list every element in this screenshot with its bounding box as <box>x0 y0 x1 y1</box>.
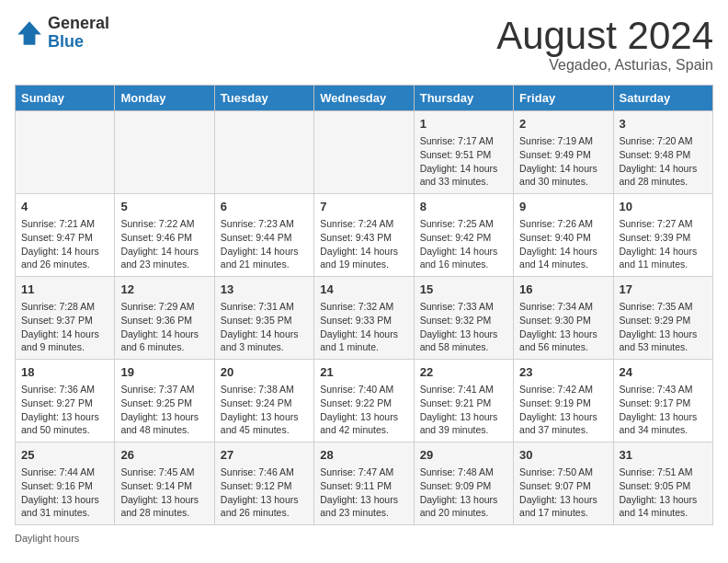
calendar-cell: 31Sunrise: 7:51 AMSunset: 9:05 PMDayligh… <box>613 442 712 524</box>
day-number: 17 <box>620 282 707 298</box>
day-number: 13 <box>221 282 308 298</box>
calendar-cell: 3Sunrise: 7:20 AMSunset: 9:48 PMDaylight… <box>613 111 712 194</box>
calendar-cell: 7Sunrise: 7:24 AMSunset: 9:43 PMDaylight… <box>314 194 414 277</box>
calendar-week-4: 18Sunrise: 7:36 AMSunset: 9:27 PMDayligh… <box>16 360 713 442</box>
day-info: Sunrise: 7:22 AMSunset: 9:46 PMDaylight:… <box>120 217 208 271</box>
calendar-cell: 27Sunrise: 7:46 AMSunset: 9:12 PMDayligh… <box>214 442 313 524</box>
day-number: 2 <box>519 116 607 132</box>
day-info: Sunrise: 7:29 AMSunset: 9:36 PMDaylight:… <box>120 300 208 354</box>
calendar-cell: 22Sunrise: 7:41 AMSunset: 9:21 PMDayligh… <box>414 360 513 442</box>
day-info: Sunrise: 7:48 AMSunset: 9:09 PMDaylight:… <box>420 465 507 520</box>
day-number: 5 <box>120 199 208 215</box>
header-friday: Friday <box>514 86 613 111</box>
page-header: General Blue August 2024 Vegadeo, Asturi… <box>15 15 713 74</box>
day-info: Sunrise: 7:47 AMSunset: 9:11 PMDaylight:… <box>320 465 407 520</box>
calendar-cell: 24Sunrise: 7:43 AMSunset: 9:17 PMDayligh… <box>613 360 712 442</box>
day-info: Sunrise: 7:45 AMSunset: 9:14 PMDaylight:… <box>120 465 208 520</box>
calendar-cell: 28Sunrise: 7:47 AMSunset: 9:11 PMDayligh… <box>314 442 414 524</box>
day-number: 16 <box>519 282 607 298</box>
day-number: 11 <box>21 282 108 298</box>
calendar-cell: 25Sunrise: 7:44 AMSunset: 9:16 PMDayligh… <box>16 442 115 524</box>
day-number: 21 <box>320 364 407 381</box>
logo-text: General Blue <box>48 15 109 52</box>
day-info: Sunrise: 7:27 AMSunset: 9:39 PMDaylight:… <box>620 217 707 271</box>
day-info: Sunrise: 7:43 AMSunset: 9:17 PMDaylight:… <box>620 383 707 437</box>
day-number: 25 <box>21 447 108 464</box>
day-info: Sunrise: 7:19 AMSunset: 9:49 PMDaylight:… <box>519 134 607 189</box>
day-info: Sunrise: 7:32 AMSunset: 9:33 PMDaylight:… <box>320 300 407 354</box>
calendar-cell: 9Sunrise: 7:26 AMSunset: 9:40 PMDaylight… <box>514 194 613 277</box>
calendar-cell: 6Sunrise: 7:23 AMSunset: 9:44 PMDaylight… <box>214 194 313 277</box>
day-info: Sunrise: 7:25 AMSunset: 9:42 PMDaylight:… <box>420 217 507 271</box>
calendar-cell: 1Sunrise: 7:17 AMSunset: 9:51 PMDaylight… <box>414 111 513 194</box>
day-info: Sunrise: 7:21 AMSunset: 9:47 PMDaylight:… <box>21 217 108 271</box>
day-info: Sunrise: 7:35 AMSunset: 9:29 PMDaylight:… <box>620 300 707 354</box>
day-number: 26 <box>120 447 208 464</box>
day-info: Sunrise: 7:44 AMSunset: 9:16 PMDaylight:… <box>21 465 108 520</box>
day-number: 24 <box>620 364 707 381</box>
daylight-label: Daylight hours <box>15 533 79 544</box>
calendar-cell <box>314 111 414 194</box>
day-number: 10 <box>620 199 707 215</box>
logo-blue: Blue <box>48 33 109 52</box>
header-saturday: Saturday <box>613 86 712 111</box>
day-number: 22 <box>420 364 507 381</box>
day-number: 30 <box>519 447 607 464</box>
day-info: Sunrise: 7:36 AMSunset: 9:27 PMDaylight:… <box>21 383 108 437</box>
header-sunday: Sunday <box>16 86 115 111</box>
day-info: Sunrise: 7:41 AMSunset: 9:21 PMDaylight:… <box>420 383 507 437</box>
day-info: Sunrise: 7:34 AMSunset: 9:30 PMDaylight:… <box>519 300 607 354</box>
calendar-cell: 30Sunrise: 7:50 AMSunset: 9:07 PMDayligh… <box>514 442 613 524</box>
day-info: Sunrise: 7:26 AMSunset: 9:40 PMDaylight:… <box>519 217 607 271</box>
svg-marker-0 <box>17 21 41 45</box>
calendar-cell: 10Sunrise: 7:27 AMSunset: 9:39 PMDayligh… <box>613 194 712 277</box>
day-number: 8 <box>420 199 507 215</box>
calendar-cell: 4Sunrise: 7:21 AMSunset: 9:47 PMDaylight… <box>16 194 115 277</box>
day-info: Sunrise: 7:17 AMSunset: 9:51 PMDaylight:… <box>420 134 507 189</box>
day-number: 29 <box>420 447 507 464</box>
location-subtitle: Vegadeo, Asturias, Spain <box>496 57 713 74</box>
day-info: Sunrise: 7:20 AMSunset: 9:48 PMDaylight:… <box>620 134 707 189</box>
header-wednesday: Wednesday <box>314 86 414 111</box>
day-info: Sunrise: 7:38 AMSunset: 9:24 PMDaylight:… <box>221 383 308 437</box>
calendar-cell: 17Sunrise: 7:35 AMSunset: 9:29 PMDayligh… <box>613 277 712 360</box>
footer-note: Daylight hours <box>15 533 713 544</box>
day-info: Sunrise: 7:23 AMSunset: 9:44 PMDaylight:… <box>221 217 308 271</box>
day-number: 9 <box>519 199 607 215</box>
day-info: Sunrise: 7:24 AMSunset: 9:43 PMDaylight:… <box>320 217 407 271</box>
logo-icon <box>15 18 44 48</box>
day-info: Sunrise: 7:50 AMSunset: 9:07 PMDaylight:… <box>519 465 607 520</box>
day-number: 28 <box>320 447 407 464</box>
calendar-cell: 16Sunrise: 7:34 AMSunset: 9:30 PMDayligh… <box>514 277 613 360</box>
logo: General Blue <box>15 15 109 52</box>
header-thursday: Thursday <box>414 86 513 111</box>
day-info: Sunrise: 7:51 AMSunset: 9:05 PMDaylight:… <box>620 465 707 520</box>
calendar-cell: 11Sunrise: 7:28 AMSunset: 9:37 PMDayligh… <box>16 277 115 360</box>
calendar-cell: 14Sunrise: 7:32 AMSunset: 9:33 PMDayligh… <box>314 277 414 360</box>
day-number: 19 <box>120 364 208 381</box>
day-number: 31 <box>620 447 707 464</box>
day-number: 15 <box>420 282 507 298</box>
calendar-cell <box>214 111 313 194</box>
calendar-cell: 18Sunrise: 7:36 AMSunset: 9:27 PMDayligh… <box>16 360 115 442</box>
day-number: 6 <box>221 199 308 215</box>
day-number: 7 <box>320 199 407 215</box>
title-block: August 2024 Vegadeo, Asturias, Spain <box>496 15 713 74</box>
calendar-cell: 15Sunrise: 7:33 AMSunset: 9:32 PMDayligh… <box>414 277 513 360</box>
day-number: 12 <box>120 282 208 298</box>
header-monday: Monday <box>115 86 214 111</box>
day-number: 18 <box>21 364 108 381</box>
day-number: 4 <box>21 199 108 215</box>
calendar-cell: 20Sunrise: 7:38 AMSunset: 9:24 PMDayligh… <box>214 360 313 442</box>
day-number: 3 <box>620 116 707 132</box>
day-info: Sunrise: 7:46 AMSunset: 9:12 PMDaylight:… <box>221 465 308 520</box>
day-info: Sunrise: 7:31 AMSunset: 9:35 PMDaylight:… <box>221 300 308 354</box>
calendar-cell: 5Sunrise: 7:22 AMSunset: 9:46 PMDaylight… <box>115 194 214 277</box>
calendar-cell <box>115 111 214 194</box>
calendar-cell: 23Sunrise: 7:42 AMSunset: 9:19 PMDayligh… <box>514 360 613 442</box>
calendar-cell: 26Sunrise: 7:45 AMSunset: 9:14 PMDayligh… <box>115 442 214 524</box>
calendar-week-1: 1Sunrise: 7:17 AMSunset: 9:51 PMDaylight… <box>16 111 713 194</box>
calendar-table: SundayMondayTuesdayWednesdayThursdayFrid… <box>15 85 713 525</box>
day-number: 27 <box>221 447 308 464</box>
calendar-cell: 8Sunrise: 7:25 AMSunset: 9:42 PMDaylight… <box>414 194 513 277</box>
